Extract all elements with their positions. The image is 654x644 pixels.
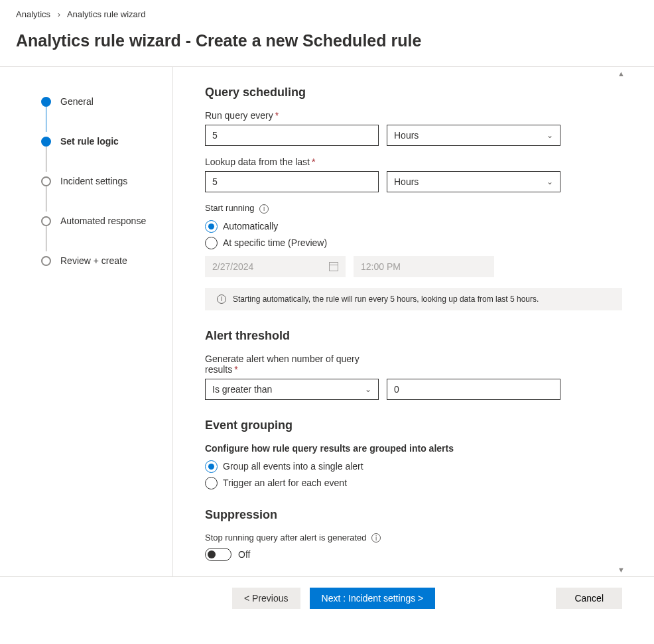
start-time-input: 12:00 PM bbox=[354, 256, 494, 277]
wizard-steps: General Set rule logic Incident settings… bbox=[0, 67, 172, 576]
next-button[interactable]: Next : Incident settings > bbox=[310, 588, 436, 609]
start-date-input: 2/27/2024 bbox=[205, 256, 346, 277]
section-event-grouping: Event grouping bbox=[205, 419, 622, 432]
info-icon[interactable]: i bbox=[259, 204, 269, 214]
wizard-footer: < Previous Next : Incident settings > Ca… bbox=[0, 576, 654, 625]
suppression-toggle[interactable] bbox=[205, 548, 231, 561]
info-icon[interactable]: i bbox=[371, 533, 381, 543]
page-title: Analytics rule wizard - Create a new Sch… bbox=[16, 31, 638, 50]
lookup-data-unit-select[interactable]: Hours ⌄ bbox=[387, 171, 560, 192]
radio-group-single-alert[interactable]: Group all events into a single alert bbox=[205, 460, 622, 473]
step-automated-response[interactable]: Automated response bbox=[41, 213, 172, 229]
suppression-state: Off bbox=[238, 549, 250, 560]
chevron-right-icon: › bbox=[58, 9, 60, 19]
step-dot-icon bbox=[41, 176, 51, 186]
cancel-button[interactable]: Cancel bbox=[556, 588, 622, 609]
start-running-label: Start running i bbox=[205, 203, 622, 214]
chevron-down-icon: ⌄ bbox=[547, 177, 553, 186]
scheduling-info-banner: i Starting automatically, the rule will … bbox=[205, 288, 622, 310]
section-alert-threshold: Alert threshold bbox=[205, 329, 622, 343]
step-incident-settings[interactable]: Incident settings bbox=[41, 173, 172, 189]
info-icon: i bbox=[217, 294, 226, 304]
run-query-every-unit-select[interactable]: Hours ⌄ bbox=[387, 125, 560, 146]
alert-threshold-label: Generate alert when number of query resu… bbox=[205, 354, 371, 375]
step-review-create[interactable]: Review + create bbox=[41, 253, 172, 269]
radio-start-automatically[interactable]: Automatically bbox=[205, 220, 622, 233]
suppression-label: Stop running query after alert is genera… bbox=[205, 533, 622, 543]
main-form-panel: Query scheduling Run query every* 5 Hour… bbox=[173, 67, 654, 576]
step-dot-icon bbox=[41, 97, 51, 107]
threshold-value-input[interactable]: 0 bbox=[387, 379, 560, 400]
step-general[interactable]: General bbox=[41, 94, 172, 109]
chevron-down-icon: ⌄ bbox=[365, 385, 371, 394]
step-dot-icon bbox=[41, 256, 51, 266]
threshold-operator-select[interactable]: Is greater than ⌄ bbox=[205, 379, 379, 400]
previous-button[interactable]: < Previous bbox=[232, 588, 300, 609]
step-set-rule-logic[interactable]: Set rule logic bbox=[41, 133, 172, 149]
run-query-every-label: Run query every* bbox=[205, 110, 622, 121]
breadcrumb-root[interactable]: Analytics bbox=[16, 9, 50, 19]
event-grouping-desc: Configure how rule query results are gro… bbox=[205, 443, 622, 454]
step-dot-icon bbox=[41, 216, 51, 226]
lookup-data-input[interactable]: 5 bbox=[205, 171, 379, 192]
lookup-data-label: Lookup data from the last* bbox=[205, 157, 622, 167]
section-suppression: Suppression bbox=[205, 508, 622, 522]
breadcrumb: Analytics › Analytics rule wizard bbox=[16, 9, 638, 19]
step-dot-icon bbox=[41, 137, 51, 147]
run-query-every-input[interactable]: 5 bbox=[205, 125, 379, 146]
radio-start-specific-time[interactable]: At specific time (Preview) bbox=[205, 237, 622, 249]
radio-trigger-each-event[interactable]: Trigger an alert for each event bbox=[205, 477, 622, 489]
chevron-down-icon: ⌄ bbox=[547, 131, 553, 140]
calendar-icon bbox=[329, 262, 338, 271]
section-query-scheduling: Query scheduling bbox=[205, 86, 622, 99]
breadcrumb-current: Analytics rule wizard bbox=[67, 9, 146, 19]
